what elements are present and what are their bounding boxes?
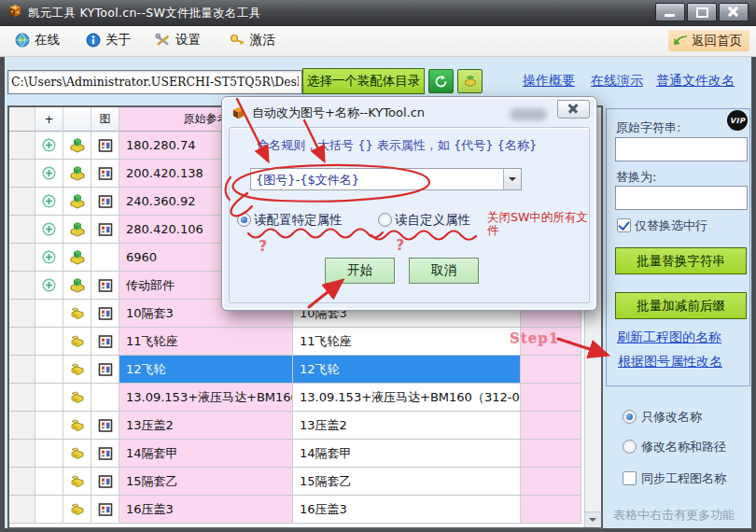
drawing-icon (91, 328, 119, 356)
row-selector[interactable] (9, 216, 35, 244)
maximize-button[interactable] (687, 3, 717, 21)
expand-plus-icon[interactable] (35, 188, 63, 216)
expand-cell (35, 412, 63, 440)
header-drawing: 图 (91, 107, 119, 132)
expand-plus-icon[interactable] (35, 216, 63, 244)
toolbar-item-label: 关于 (105, 32, 131, 49)
row-selector[interactable] (9, 496, 35, 524)
name-only-label: 只修改名称 (641, 409, 702, 426)
link-operation-overview[interactable]: 操作概要 (523, 73, 575, 90)
expand-plus-icon[interactable] (35, 132, 63, 160)
dialog-close-button[interactable] (557, 100, 590, 119)
cell-renamed[interactable]: 16压盖3 (293, 496, 521, 524)
drawing-icon (91, 468, 119, 496)
title-bar: 凯元工具 KYTool.cn--SW文件批量改名工具 (0, 0, 756, 26)
sync-drawing-checkbox[interactable] (623, 471, 637, 485)
toolbar-item-activate[interactable]: 激活 (230, 32, 275, 49)
link-normal-file-rename[interactable]: 普通文件改名 (656, 73, 735, 90)
drawing-cell (91, 244, 119, 272)
row-selector[interactable] (9, 328, 35, 356)
config-property-label: 读配置特定属性 (254, 212, 343, 229)
cell-original[interactable]: 11飞轮座 (119, 328, 293, 356)
part-icon (63, 328, 91, 356)
cell-original[interactable]: 13.09.153+液压马达+BM160... (119, 384, 293, 412)
drawing-icon (91, 216, 119, 244)
cell-extra[interactable] (521, 468, 581, 496)
drawing-icon (91, 188, 119, 216)
part-icon (63, 384, 91, 412)
drawing-cell (91, 384, 119, 412)
cell-renamed[interactable]: 12飞轮 (293, 356, 521, 384)
cell-original[interactable]: 15隔套乙 (119, 468, 293, 496)
package-icon (463, 75, 478, 89)
name-only-radio[interactable] (623, 410, 637, 424)
expand-plus-icon[interactable] (35, 244, 63, 272)
scroll-down-arrow-icon[interactable] (585, 511, 601, 527)
close-button[interactable] (719, 3, 749, 21)
table-row[interactable]: 15隔套乙15隔套乙 (9, 468, 601, 496)
row-selector[interactable] (9, 356, 35, 384)
drawing-icon (91, 356, 119, 384)
table-row[interactable]: 16压盖316压盖3 (9, 496, 601, 524)
cell-extra[interactable] (521, 328, 581, 356)
sync-drawing-label: 同步工程图名称 (641, 470, 726, 487)
dialog-title: 自动改为图号+名称--KYTool.cn (252, 105, 425, 121)
censored-text-blur (510, 108, 547, 120)
cancel-button[interactable]: 取消 (409, 258, 479, 284)
back-home-label: 返回首页 (692, 33, 742, 49)
expand-plus-icon[interactable] (35, 272, 63, 300)
cell-renamed[interactable]: 11飞轮座 (293, 328, 521, 356)
cell-renamed[interactable]: 15隔套乙 (293, 468, 521, 496)
drawing-icon (91, 496, 119, 524)
cell-renamed[interactable]: 14隔套甲 (293, 440, 521, 468)
row-selector[interactable] (9, 384, 35, 412)
toolbar-item-online[interactable]: 在线 (15, 32, 60, 49)
table-row[interactable]: 11飞轮座11飞轮座 (9, 328, 601, 356)
table-row[interactable]: 12飞轮12飞轮 (9, 356, 601, 384)
rule-combobox[interactable]: {图号}-{$文件名} (250, 168, 522, 190)
expand-plus-icon[interactable] (35, 160, 63, 188)
chevron-down-icon[interactable] (503, 169, 521, 189)
link-online-demo[interactable]: 在线演示 (591, 73, 643, 90)
cell-extra[interactable] (521, 356, 581, 384)
row-selector[interactable] (9, 272, 35, 300)
back-home-button[interactable]: 返回首页 (668, 30, 749, 51)
name-and-path-radio[interactable] (623, 440, 637, 454)
naming-rule-hint: 命名规则，大括号 {} 表示属性，如 {代号} {名称} (257, 137, 537, 154)
cell-extra[interactable] (521, 384, 581, 412)
assembly-path-input[interactable] (7, 70, 302, 94)
cell-original[interactable]: 12飞轮 (119, 356, 293, 384)
tools-icon (155, 33, 171, 48)
cell-original[interactable]: 14隔套甲 (119, 440, 293, 468)
toolbar-item-label: 在线 (35, 32, 60, 49)
table-row[interactable]: 13压盖213压盖2 (9, 412, 601, 440)
cell-extra[interactable] (521, 412, 581, 440)
cell-renamed[interactable]: 13.09.153+液压马达+BM160（312-018... (293, 384, 521, 412)
row-selector[interactable] (9, 188, 35, 216)
toolbar-item-about[interactable]: 关于 (86, 32, 131, 49)
drawing-icon (91, 412, 119, 440)
cell-renamed[interactable]: 13压盖2 (293, 412, 521, 440)
row-selector[interactable] (9, 160, 35, 188)
toolbar-item-settings[interactable]: 设置 (155, 32, 201, 49)
config-property-radio[interactable] (237, 213, 251, 227)
choose-directory-button[interactable]: 选择一个装配体目录 (302, 68, 425, 94)
assembly-icon (63, 132, 91, 160)
table-row[interactable]: 13.09.153+液压马达+BM160...13.09.153+液压马达+BM… (9, 384, 601, 412)
custom-property-radio[interactable] (378, 213, 392, 227)
row-selector[interactable] (9, 300, 35, 328)
cell-extra[interactable] (521, 440, 581, 468)
cell-extra[interactable] (521, 496, 581, 524)
minimize-button[interactable] (655, 3, 685, 21)
open-assembly-button[interactable] (457, 69, 483, 93)
start-button[interactable]: 开始 (325, 258, 395, 284)
row-selector[interactable] (9, 244, 35, 272)
row-selector[interactable] (9, 132, 35, 160)
row-selector[interactable] (9, 440, 35, 468)
refresh-button[interactable] (428, 69, 454, 93)
table-row[interactable]: 14隔套甲14隔套甲 (9, 440, 601, 468)
cell-original[interactable]: 13压盖2 (119, 412, 293, 440)
row-selector[interactable] (9, 412, 35, 440)
cell-original[interactable]: 16压盖3 (119, 496, 293, 524)
row-selector[interactable] (9, 468, 35, 496)
